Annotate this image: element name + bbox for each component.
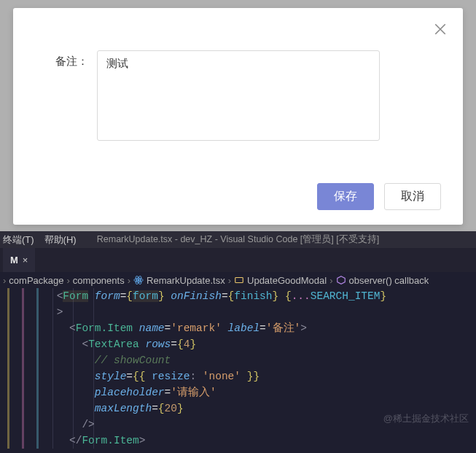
react-file-icon [133, 275, 144, 285]
breadcrumb-item[interactable]: RemarkUpdate.tsx [147, 275, 225, 286]
close-icon[interactable]: × [23, 255, 28, 266]
form-row-remark: 备注： [35, 50, 441, 141]
chevron-right-icon: › [67, 275, 70, 286]
breadcrumb-item[interactable]: comPackage [9, 275, 63, 286]
modal-backdrop: 备注： 保存 取消 [0, 0, 476, 231]
tab-modified-indicator: M [10, 255, 18, 266]
symbol-method-icon [336, 275, 346, 285]
menu-terminal[interactable]: 终端(T) [3, 233, 34, 247]
vscode-editor: 终端(T) 帮助(H) RemarkUpdate.tsx - dev_HZ - … [0, 231, 476, 453]
remark-label: 备注： [35, 50, 97, 69]
menu-bar: 终端(T) 帮助(H) [0, 231, 476, 248]
save-button[interactable]: 保存 [317, 183, 374, 210]
modal-footer: 保存 取消 [35, 183, 441, 210]
code-line: <TextArea rows={4} [6, 336, 476, 352]
code-line: <Form form={form} onFinish={finish} {...… [6, 288, 476, 304]
remark-textarea[interactable] [97, 50, 380, 141]
close-icon[interactable] [434, 23, 447, 36]
breadcrumb-item[interactable]: observer() callback [349, 275, 429, 286]
cancel-button[interactable]: 取消 [384, 183, 441, 210]
breadcrumb-item[interactable]: UpdateGoodModal [247, 275, 327, 286]
tab-bar: M × [0, 248, 476, 272]
chevron-right-icon: › [3, 275, 6, 286]
tab-remarkupdate[interactable]: M × [3, 248, 35, 272]
code-line: placeholder='请输入' [6, 384, 476, 400]
chevron-right-icon: › [128, 275, 130, 286]
modal-dialog: 备注： 保存 取消 [13, 8, 463, 225]
code-line: > [6, 304, 476, 320]
watermark: @稀土掘金技术社区 [383, 412, 469, 425]
chevron-right-icon: › [228, 275, 231, 286]
svg-point-0 [137, 279, 140, 282]
code-line: </Form.Item> [6, 433, 476, 449]
svg-rect-4 [235, 278, 243, 283]
symbol-variable-icon [234, 275, 244, 285]
breadcrumbs[interactable]: › comPackage › components › RemarkUpdate… [0, 272, 476, 288]
code-line: style={{ resize: 'none' }} [6, 368, 476, 384]
code-line: // showCount [6, 352, 476, 368]
menu-help[interactable]: 帮助(H) [44, 233, 77, 247]
code-line: <Form.Item name='remark' label='备注'> [6, 320, 476, 336]
breadcrumb-item[interactable]: components [73, 275, 125, 286]
chevron-right-icon: › [329, 275, 332, 286]
